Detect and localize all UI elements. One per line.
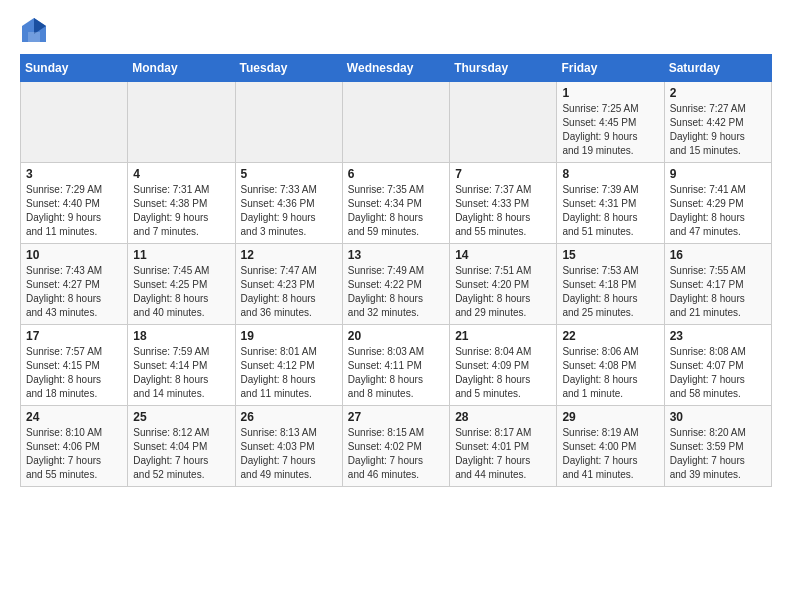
cell-info: Sunrise: 8:04 AM Sunset: 4:09 PM Dayligh…: [455, 345, 551, 401]
calendar-page: SundayMondayTuesdayWednesdayThursdayFrid…: [0, 0, 792, 503]
cell-day-number: 20: [348, 329, 444, 343]
cell-day-number: 14: [455, 248, 551, 262]
calendar-table: SundayMondayTuesdayWednesdayThursdayFrid…: [20, 54, 772, 487]
calendar-cell: 14Sunrise: 7:51 AM Sunset: 4:20 PM Dayli…: [450, 244, 557, 325]
cell-info: Sunrise: 8:12 AM Sunset: 4:04 PM Dayligh…: [133, 426, 229, 482]
calendar-cell: 2Sunrise: 7:27 AM Sunset: 4:42 PM Daylig…: [664, 82, 771, 163]
cell-info: Sunrise: 8:19 AM Sunset: 4:00 PM Dayligh…: [562, 426, 658, 482]
cell-day-number: 4: [133, 167, 229, 181]
cell-day-number: 27: [348, 410, 444, 424]
calendar-cell: 10Sunrise: 7:43 AM Sunset: 4:27 PM Dayli…: [21, 244, 128, 325]
calendar-cell: 15Sunrise: 7:53 AM Sunset: 4:18 PM Dayli…: [557, 244, 664, 325]
calendar-cell: [235, 82, 342, 163]
cell-info: Sunrise: 7:35 AM Sunset: 4:34 PM Dayligh…: [348, 183, 444, 239]
cell-info: Sunrise: 8:20 AM Sunset: 3:59 PM Dayligh…: [670, 426, 766, 482]
cell-info: Sunrise: 7:29 AM Sunset: 4:40 PM Dayligh…: [26, 183, 122, 239]
weekday-header-monday: Monday: [128, 55, 235, 82]
weekday-header-thursday: Thursday: [450, 55, 557, 82]
calendar-cell: 17Sunrise: 7:57 AM Sunset: 4:15 PM Dayli…: [21, 325, 128, 406]
cell-info: Sunrise: 7:25 AM Sunset: 4:45 PM Dayligh…: [562, 102, 658, 158]
calendar-cell: [342, 82, 449, 163]
calendar-cell: 29Sunrise: 8:19 AM Sunset: 4:00 PM Dayli…: [557, 406, 664, 487]
cell-day-number: 17: [26, 329, 122, 343]
cell-day-number: 23: [670, 329, 766, 343]
cell-day-number: 12: [241, 248, 337, 262]
cell-info: Sunrise: 7:55 AM Sunset: 4:17 PM Dayligh…: [670, 264, 766, 320]
logo-icon: [20, 16, 48, 44]
cell-day-number: 7: [455, 167, 551, 181]
calendar-cell: 22Sunrise: 8:06 AM Sunset: 4:08 PM Dayli…: [557, 325, 664, 406]
cell-day-number: 3: [26, 167, 122, 181]
cell-day-number: 11: [133, 248, 229, 262]
calendar-cell: 23Sunrise: 8:08 AM Sunset: 4:07 PM Dayli…: [664, 325, 771, 406]
cell-info: Sunrise: 8:13 AM Sunset: 4:03 PM Dayligh…: [241, 426, 337, 482]
cell-day-number: 1: [562, 86, 658, 100]
cell-day-number: 9: [670, 167, 766, 181]
cell-info: Sunrise: 8:06 AM Sunset: 4:08 PM Dayligh…: [562, 345, 658, 401]
weekday-header-sunday: Sunday: [21, 55, 128, 82]
calendar-cell: 28Sunrise: 8:17 AM Sunset: 4:01 PM Dayli…: [450, 406, 557, 487]
svg-rect-2: [28, 32, 40, 42]
calendar-week-5: 24Sunrise: 8:10 AM Sunset: 4:06 PM Dayli…: [21, 406, 772, 487]
cell-info: Sunrise: 8:17 AM Sunset: 4:01 PM Dayligh…: [455, 426, 551, 482]
cell-day-number: 2: [670, 86, 766, 100]
cell-day-number: 19: [241, 329, 337, 343]
calendar-cell: 4Sunrise: 7:31 AM Sunset: 4:38 PM Daylig…: [128, 163, 235, 244]
cell-info: Sunrise: 7:45 AM Sunset: 4:25 PM Dayligh…: [133, 264, 229, 320]
cell-day-number: 10: [26, 248, 122, 262]
calendar-cell: 9Sunrise: 7:41 AM Sunset: 4:29 PM Daylig…: [664, 163, 771, 244]
calendar-cell: 21Sunrise: 8:04 AM Sunset: 4:09 PM Dayli…: [450, 325, 557, 406]
calendar-cell: 6Sunrise: 7:35 AM Sunset: 4:34 PM Daylig…: [342, 163, 449, 244]
calendar-cell: 20Sunrise: 8:03 AM Sunset: 4:11 PM Dayli…: [342, 325, 449, 406]
calendar-cell: 7Sunrise: 7:37 AM Sunset: 4:33 PM Daylig…: [450, 163, 557, 244]
cell-info: Sunrise: 8:15 AM Sunset: 4:02 PM Dayligh…: [348, 426, 444, 482]
cell-day-number: 26: [241, 410, 337, 424]
weekday-header-tuesday: Tuesday: [235, 55, 342, 82]
cell-info: Sunrise: 7:57 AM Sunset: 4:15 PM Dayligh…: [26, 345, 122, 401]
cell-info: Sunrise: 7:59 AM Sunset: 4:14 PM Dayligh…: [133, 345, 229, 401]
calendar-cell: 24Sunrise: 8:10 AM Sunset: 4:06 PM Dayli…: [21, 406, 128, 487]
cell-day-number: 30: [670, 410, 766, 424]
calendar-cell: 19Sunrise: 8:01 AM Sunset: 4:12 PM Dayli…: [235, 325, 342, 406]
cell-day-number: 25: [133, 410, 229, 424]
cell-info: Sunrise: 7:49 AM Sunset: 4:22 PM Dayligh…: [348, 264, 444, 320]
calendar-cell: 11Sunrise: 7:45 AM Sunset: 4:25 PM Dayli…: [128, 244, 235, 325]
cell-info: Sunrise: 7:41 AM Sunset: 4:29 PM Dayligh…: [670, 183, 766, 239]
calendar-cell: 30Sunrise: 8:20 AM Sunset: 3:59 PM Dayli…: [664, 406, 771, 487]
cell-day-number: 21: [455, 329, 551, 343]
calendar-week-4: 17Sunrise: 7:57 AM Sunset: 4:15 PM Dayli…: [21, 325, 772, 406]
cell-info: Sunrise: 7:37 AM Sunset: 4:33 PM Dayligh…: [455, 183, 551, 239]
cell-day-number: 15: [562, 248, 658, 262]
cell-info: Sunrise: 7:31 AM Sunset: 4:38 PM Dayligh…: [133, 183, 229, 239]
cell-info: Sunrise: 8:08 AM Sunset: 4:07 PM Dayligh…: [670, 345, 766, 401]
cell-day-number: 24: [26, 410, 122, 424]
calendar-week-3: 10Sunrise: 7:43 AM Sunset: 4:27 PM Dayli…: [21, 244, 772, 325]
cell-day-number: 22: [562, 329, 658, 343]
calendar-cell: 12Sunrise: 7:47 AM Sunset: 4:23 PM Dayli…: [235, 244, 342, 325]
cell-day-number: 6: [348, 167, 444, 181]
header: [20, 16, 772, 44]
weekday-header-friday: Friday: [557, 55, 664, 82]
cell-day-number: 8: [562, 167, 658, 181]
calendar-week-2: 3Sunrise: 7:29 AM Sunset: 4:40 PM Daylig…: [21, 163, 772, 244]
cell-info: Sunrise: 7:53 AM Sunset: 4:18 PM Dayligh…: [562, 264, 658, 320]
calendar-cell: 16Sunrise: 7:55 AM Sunset: 4:17 PM Dayli…: [664, 244, 771, 325]
cell-day-number: 16: [670, 248, 766, 262]
calendar-cell: 13Sunrise: 7:49 AM Sunset: 4:22 PM Dayli…: [342, 244, 449, 325]
calendar-cell: 26Sunrise: 8:13 AM Sunset: 4:03 PM Dayli…: [235, 406, 342, 487]
cell-info: Sunrise: 7:51 AM Sunset: 4:20 PM Dayligh…: [455, 264, 551, 320]
calendar-cell: 8Sunrise: 7:39 AM Sunset: 4:31 PM Daylig…: [557, 163, 664, 244]
weekday-header-row: SundayMondayTuesdayWednesdayThursdayFrid…: [21, 55, 772, 82]
calendar-cell: [128, 82, 235, 163]
cell-day-number: 5: [241, 167, 337, 181]
cell-info: Sunrise: 7:43 AM Sunset: 4:27 PM Dayligh…: [26, 264, 122, 320]
weekday-header-wednesday: Wednesday: [342, 55, 449, 82]
calendar-cell: 18Sunrise: 7:59 AM Sunset: 4:14 PM Dayli…: [128, 325, 235, 406]
logo: [20, 16, 52, 44]
calendar-week-1: 1Sunrise: 7:25 AM Sunset: 4:45 PM Daylig…: [21, 82, 772, 163]
cell-info: Sunrise: 7:39 AM Sunset: 4:31 PM Dayligh…: [562, 183, 658, 239]
cell-day-number: 18: [133, 329, 229, 343]
cell-info: Sunrise: 8:10 AM Sunset: 4:06 PM Dayligh…: [26, 426, 122, 482]
cell-info: Sunrise: 8:03 AM Sunset: 4:11 PM Dayligh…: [348, 345, 444, 401]
weekday-header-saturday: Saturday: [664, 55, 771, 82]
